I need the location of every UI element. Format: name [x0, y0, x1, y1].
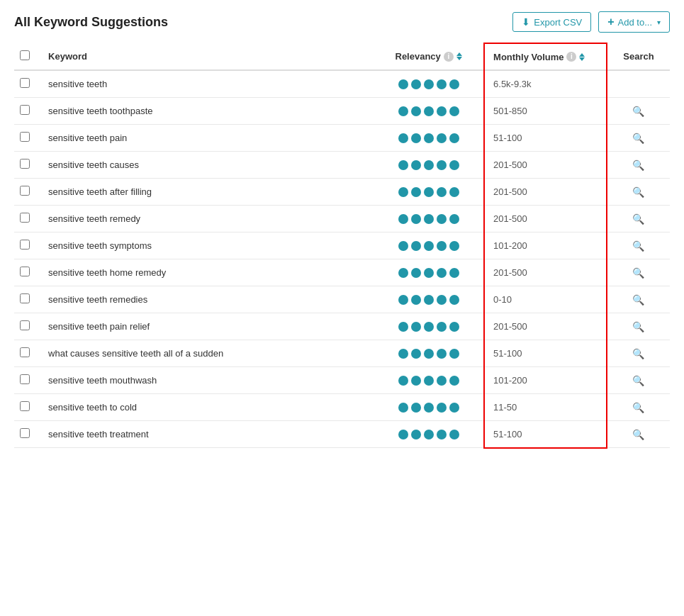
keywords-table: Keyword Relevancy i Monthly Volume	[14, 43, 670, 449]
table-row: sensitive teeth causes201-500🔍	[14, 152, 670, 179]
search-cell: 🔍	[607, 233, 670, 259]
table-row: sensitive teeth to cold11-50🔍	[14, 394, 670, 421]
filled-dot	[449, 322, 459, 332]
table-row: sensitive teeth remedies0-10🔍	[14, 286, 670, 313]
search-cell: 🔍	[607, 367, 670, 394]
dots-container	[379, 295, 478, 305]
filled-dot	[424, 295, 434, 305]
row-checkbox[interactable]	[20, 428, 30, 438]
search-icon[interactable]: 🔍	[632, 402, 644, 413]
filled-dot	[411, 214, 421, 224]
keyword-cell: sensitive teeth after filling	[43, 179, 374, 206]
row-checkbox[interactable]	[20, 374, 30, 384]
search-cell: 🔍	[607, 340, 670, 367]
dots-container	[379, 430, 478, 439]
filled-dot	[424, 349, 434, 359]
export-csv-button[interactable]: ⬇ Export CSV	[512, 12, 591, 32]
relevancy-cell	[374, 70, 484, 98]
row-checkbox[interactable]	[20, 186, 30, 196]
table-row: sensitive teeth remedy201-500🔍	[14, 206, 670, 233]
keyword-cell: sensitive teeth pain relief	[43, 313, 374, 340]
volume-sort-icon[interactable]	[579, 53, 585, 61]
filled-dot	[411, 106, 421, 116]
row-checkbox-cell	[14, 340, 43, 367]
filled-dot	[449, 133, 459, 143]
table-row: sensitive teeth after filling201-500🔍	[14, 179, 670, 206]
filled-dot	[398, 403, 408, 413]
relevancy-cell	[374, 179, 484, 206]
search-icon[interactable]: 🔍	[632, 213, 644, 225]
filled-dot	[424, 376, 434, 386]
search-icon[interactable]: 🔍	[632, 375, 644, 386]
addto-label: Add to...	[618, 17, 652, 28]
filled-dot	[424, 241, 434, 251]
filled-dot	[398, 133, 408, 143]
row-checkbox[interactable]	[20, 159, 30, 169]
table-row: sensitive teeth toothpaste501-850🔍	[14, 98, 670, 125]
dots-container	[379, 268, 478, 278]
search-cell: 🔍	[607, 98, 670, 125]
filled-dot	[449, 214, 459, 224]
filled-dot	[424, 106, 434, 116]
row-checkbox-cell	[14, 259, 43, 286]
search-icon[interactable]: 🔍	[632, 240, 644, 252]
search-icon[interactable]: 🔍	[632, 321, 644, 332]
filled-dot	[424, 214, 434, 224]
filled-dot	[437, 322, 447, 332]
filled-dot	[398, 268, 408, 278]
relevancy-sort-icon[interactable]	[456, 52, 462, 60]
filled-dot	[449, 241, 459, 251]
keyword-cell: sensitive teeth mouthwash	[43, 367, 374, 394]
search-icon[interactable]: 🔍	[632, 159, 644, 171]
row-checkbox[interactable]	[20, 347, 30, 357]
row-checkbox[interactable]	[20, 267, 30, 276]
add-to-button[interactable]: + Add to... ▾	[598, 11, 670, 33]
search-icon[interactable]: 🔍	[632, 348, 644, 359]
keyword-cell: sensitive teeth to cold	[43, 394, 374, 421]
filled-dot	[449, 187, 459, 197]
row-checkbox[interactable]	[20, 320, 30, 330]
filled-dot	[437, 241, 447, 251]
relevancy-cell	[374, 125, 484, 152]
table-row: what causes sensitive teeth all of a sud…	[14, 340, 670, 367]
volume-info-icon[interactable]: i	[566, 52, 576, 62]
keyword-cell: sensitive teeth toothpaste	[43, 98, 374, 125]
filled-dot	[449, 403, 459, 413]
row-checkbox-cell	[14, 152, 43, 179]
volume-cell: 201-500	[484, 206, 607, 233]
filled-dot	[398, 79, 408, 89]
volume-cell: 201-500	[484, 152, 607, 179]
row-checkbox[interactable]	[20, 105, 30, 115]
keyword-cell: what causes sensitive teeth all of a sud…	[43, 340, 374, 367]
row-checkbox-cell	[14, 313, 43, 340]
row-checkbox[interactable]	[20, 213, 30, 223]
filled-dot	[437, 403, 447, 413]
row-checkbox[interactable]	[20, 132, 30, 142]
row-checkbox[interactable]	[20, 293, 30, 303]
select-all-checkbox[interactable]	[20, 50, 30, 60]
search-icon[interactable]: 🔍	[632, 429, 644, 440]
header-actions: ⬇ Export CSV + Add to... ▾	[512, 11, 670, 33]
search-icon[interactable]: 🔍	[632, 133, 644, 144]
chevron-down-icon: ▾	[657, 18, 661, 26]
search-icon[interactable]: 🔍	[632, 267, 644, 279]
search-icon[interactable]: 🔍	[632, 186, 644, 198]
filled-dot	[411, 295, 421, 305]
filled-dot	[411, 430, 421, 439]
filled-dot	[398, 430, 408, 439]
row-checkbox[interactable]	[20, 78, 30, 88]
row-checkbox[interactable]	[20, 240, 30, 250]
row-checkbox[interactable]	[20, 401, 30, 411]
volume-cell: 201-500	[484, 179, 607, 206]
filled-dot	[449, 430, 459, 439]
search-icon[interactable]: 🔍	[632, 294, 644, 306]
row-checkbox-cell	[14, 125, 43, 152]
header-checkbox-cell	[14, 43, 43, 70]
search-icon[interactable]: 🔍	[632, 106, 644, 117]
filled-dot	[449, 106, 459, 116]
dots-container	[379, 106, 478, 116]
relevancy-info-icon[interactable]: i	[444, 52, 454, 62]
filled-dot	[437, 214, 447, 224]
row-checkbox-cell	[14, 286, 43, 313]
filled-dot	[437, 160, 447, 170]
